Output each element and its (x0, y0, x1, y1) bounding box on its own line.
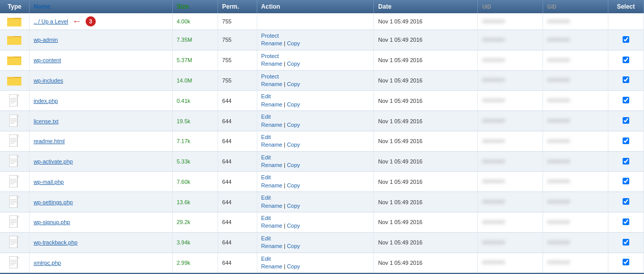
name-link[interactable]: readme.html (34, 138, 65, 144)
action-link[interactable]: Copy (287, 243, 300, 249)
table-row: wp-signup.php29.2k644EditRename | CopyNo… (0, 212, 644, 233)
action-link[interactable]: Copy (287, 162, 300, 168)
col-size[interactable]: Size (172, 0, 218, 13)
name-link[interactable]: wp-content (34, 57, 61, 63)
name-link[interactable]: wp-activate.php (34, 158, 73, 165)
name-link[interactable]: wp-mail.php (34, 179, 64, 185)
uid-cell: ######## (478, 151, 543, 172)
perm-cell: 755 (218, 13, 257, 30)
action-link-primary[interactable]: Edit (261, 114, 271, 120)
name-link[interactable]: index.php (34, 98, 58, 104)
col-type[interactable]: Type (0, 0, 29, 13)
action-link[interactable]: Rename (261, 81, 283, 87)
svg-rect-20 (9, 94, 17, 106)
col-name[interactable]: Name (29, 0, 172, 13)
col-select[interactable]: Select (608, 0, 643, 13)
name-cell: wp-mail.php (29, 172, 172, 192)
name-link[interactable]: license.txt (34, 118, 59, 124)
action-link-primary[interactable]: Edit (261, 235, 271, 241)
action-link-primary[interactable]: Edit (261, 134, 271, 140)
row-checkbox[interactable] (623, 178, 629, 184)
action-link[interactable]: Rename (261, 61, 283, 67)
table-row: readme.html7.17k644EditRename | CopyNov … (0, 131, 644, 151)
action-link[interactable]: Copy (287, 122, 300, 128)
action-link[interactable]: Rename (261, 40, 283, 46)
row-checkbox[interactable] (623, 138, 629, 144)
action-link[interactable]: Rename (261, 243, 283, 249)
action-link-primary[interactable]: Edit (261, 195, 271, 201)
type-cell (0, 151, 29, 172)
row-checkbox[interactable] (623, 218, 629, 225)
date-cell: Nov 1 05:49 2016 (374, 253, 478, 273)
name-link[interactable]: wp-signup.php (34, 219, 70, 225)
name-cell: xmlrpc.php (29, 253, 172, 273)
action-link[interactable]: Copy (287, 263, 300, 269)
svg-marker-36 (17, 134, 19, 136)
action-link[interactable]: Copy (287, 61, 300, 67)
action-link[interactable]: Copy (287, 182, 300, 188)
action-link-primary[interactable]: Edit (261, 174, 271, 180)
action-link[interactable]: Rename (261, 142, 283, 148)
col-date[interactable]: Date (374, 0, 478, 13)
row-checkbox[interactable] (623, 36, 629, 43)
action-link-primary[interactable]: Protect (261, 73, 279, 79)
name-link[interactable]: xmlrpc.php (34, 260, 61, 266)
gid-cell: ######## (543, 30, 608, 50)
name-link[interactable]: wp-trackback.php (34, 239, 77, 245)
row-checkbox[interactable] (623, 259, 629, 265)
action-link[interactable]: Copy (287, 101, 300, 107)
name-cell: license.txt (29, 111, 172, 131)
name-link[interactable]: wp-admin (34, 37, 58, 43)
gid-cell: ######## (543, 111, 608, 131)
action-link[interactable]: Copy (287, 81, 300, 87)
action-link[interactable]: Copy (287, 203, 300, 209)
action-cell: EditRename | Copy (257, 111, 374, 131)
action-link-primary[interactable]: Edit (261, 215, 271, 221)
uid-cell: ######## (478, 50, 543, 70)
action-link-primary[interactable]: Edit (261, 93, 271, 99)
action-link[interactable]: Copy (287, 142, 300, 148)
action-link[interactable]: Copy (287, 223, 300, 229)
row-checkbox[interactable] (623, 117, 629, 124)
action-link-primary[interactable]: Edit (261, 154, 271, 160)
row-checkbox[interactable] (623, 198, 629, 205)
gid-cell: ######## (543, 172, 608, 192)
action-link[interactable]: Rename (261, 203, 283, 209)
row-checkbox[interactable] (623, 239, 629, 245)
file-icon (9, 256, 19, 268)
file-table: Type Name Size Perm. Action Date UID GID… (0, 0, 644, 273)
action-link-primary[interactable]: Protect (261, 33, 279, 39)
name-cell: wp-includes (29, 70, 172, 91)
name-link[interactable]: wp-includes (34, 77, 63, 84)
svg-rect-14 (7, 57, 13, 59)
name-link[interactable]: .. / Up a Level (34, 18, 68, 24)
action-link-primary[interactable]: Edit (261, 256, 271, 262)
select-cell (608, 111, 643, 131)
row-checkbox[interactable] (623, 158, 629, 165)
action-link[interactable]: Rename (261, 101, 283, 107)
row-checkbox[interactable] (623, 97, 629, 103)
date-cell: Nov 1 05:49 2016 (374, 50, 478, 70)
size-cell: 13.6k (172, 192, 218, 212)
action-link[interactable]: Rename (261, 223, 283, 229)
file-icon (9, 236, 19, 248)
gid-cell: ######## (543, 192, 608, 212)
col-action[interactable]: Action (257, 0, 374, 13)
action-link[interactable]: Copy (287, 40, 300, 46)
action-link[interactable]: Rename (261, 263, 283, 269)
uid-cell: ######## (478, 30, 543, 50)
action-link-primary[interactable]: Protect (261, 53, 279, 59)
action-link[interactable]: Rename (261, 162, 283, 168)
col-gid[interactable]: GID (543, 0, 608, 13)
perm-cell: 755 (218, 50, 257, 70)
uid-value: ######## (482, 77, 505, 83)
action-link[interactable]: Rename (261, 122, 283, 128)
action-link[interactable]: Rename (261, 182, 283, 188)
row-checkbox[interactable] (623, 57, 629, 63)
row-checkbox[interactable] (623, 76, 629, 83)
size-cell: 29.2k (172, 212, 218, 233)
col-uid[interactable]: UID (478, 0, 543, 13)
name-link[interactable]: wp-settings.php (34, 199, 73, 205)
select-cell (608, 70, 643, 91)
col-perm[interactable]: Perm. (218, 0, 257, 13)
